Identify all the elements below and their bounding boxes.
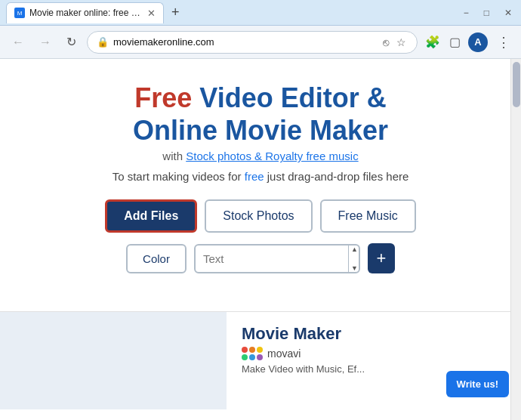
title-bar: M Movie maker online: free video e... ✕ … (0, 0, 521, 26)
back-button[interactable]: ← (8, 32, 29, 52)
lock-icon: 🔒 (97, 36, 109, 48)
tab-title: Movie maker online: free video e... (29, 8, 143, 18)
scrollbar-thumb[interactable] (513, 62, 520, 107)
royalty-link[interactable]: Stock photos & Royalty free music (186, 150, 358, 162)
share-icon[interactable]: ⎋ (381, 35, 390, 50)
main-headline: Free Video Editor & Online Movie Maker (30, 82, 491, 147)
movavi-logo (242, 347, 263, 360)
color-button[interactable]: Color (126, 244, 187, 273)
tab-area: M Movie maker online: free video e... ✕ … (6, 0, 184, 25)
maximize-button[interactable]: □ (481, 6, 492, 20)
browser-tab[interactable]: M Movie maker online: free video e... ✕ (6, 2, 164, 23)
page-scrollbar[interactable] (510, 59, 521, 420)
close-window-button[interactable]: ✕ (501, 6, 515, 20)
browser-menu-button[interactable]: ⋮ (494, 32, 513, 52)
headline-free: Free (134, 82, 192, 113)
movavi-brand: movavi (242, 347, 506, 360)
tagline: To start making videos for free just dra… (30, 170, 491, 183)
address-bar-input[interactable]: 🔒 moviemakeronline.com ⎋ ☆ (87, 31, 418, 54)
add-files-button[interactable]: Add Files (105, 199, 197, 233)
text-input-wrap: ▲ ▼ (194, 244, 360, 273)
reload-button[interactable]: ↻ (62, 32, 81, 52)
address-bar-icons: ⎋ ☆ (381, 35, 408, 50)
text-scroll[interactable]: ▲ ▼ (348, 244, 360, 273)
tab-close-icon[interactable]: ✕ (147, 8, 156, 18)
new-tab-button[interactable]: + (167, 3, 184, 22)
bottom-section: Movie Maker movavi Make Video with Music… (0, 311, 521, 409)
text-input[interactable] (194, 244, 360, 273)
plus-button[interactable]: + (368, 243, 395, 273)
tagline-free: free (245, 170, 264, 183)
address-bar: ← → ↻ 🔒 moviemakeronline.com ⎋ ☆ 🧩 ▢ A ⋮ (0, 26, 521, 59)
window-controls: − □ ✕ (461, 6, 515, 20)
page-content: Free Video Editor & Online Movie Maker w… (0, 59, 521, 304)
tab-favicon: M (14, 8, 25, 18)
stock-photos-button[interactable]: Stock Photos (205, 199, 312, 233)
extension-icon[interactable]: 🧩 (424, 33, 442, 51)
profile-button[interactable]: A (468, 32, 488, 52)
headline-rest: Video Editor & (192, 82, 386, 113)
headline-line2: Online Movie Maker (133, 115, 388, 146)
main-buttons-row: Add Files Stock Photos Free Music (30, 199, 491, 233)
free-music-button[interactable]: Free Music (320, 199, 416, 233)
bottom-left-panel (0, 312, 227, 409)
url-text: moviemakeronline.com (113, 36, 377, 48)
write-us-button[interactable]: Write us! (446, 371, 509, 397)
minimize-button[interactable]: − (461, 6, 472, 20)
movie-maker-title: Movie Maker (242, 324, 506, 344)
bottom-right-panel: Movie Maker movavi Make Video with Music… (227, 312, 521, 409)
movavi-label: movavi (267, 347, 301, 360)
sidebar-icon[interactable]: ▢ (448, 33, 462, 51)
second-buttons-row: Color ▲ ▼ + (30, 243, 491, 273)
forward-button[interactable]: → (35, 32, 56, 52)
bookmark-icon[interactable]: ☆ (395, 35, 408, 50)
subheading: with Stock photos & Royalty free music (30, 150, 491, 162)
